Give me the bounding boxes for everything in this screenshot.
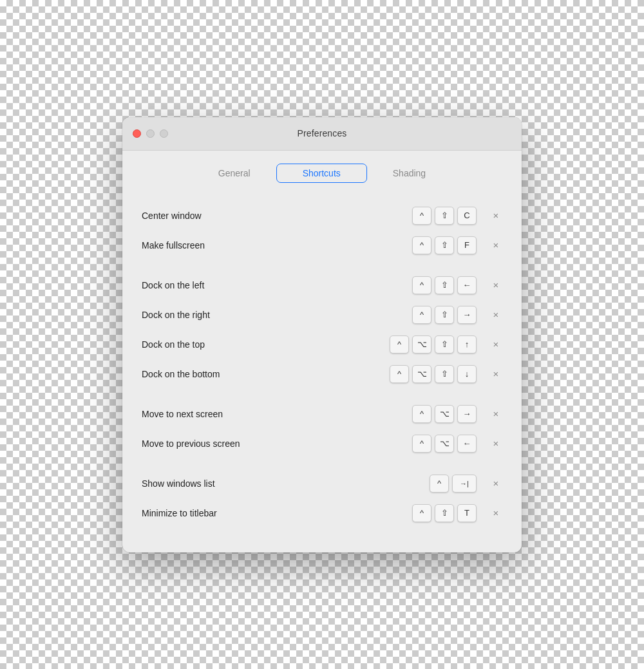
shortcut-name: Center window bbox=[142, 211, 374, 221]
shortcut-group-1: Center window ^ ⇧ C × Make fullscreen ^ … bbox=[142, 201, 502, 260]
table-row: Dock on the bottom ^ ⌥ ⇧ ↓ × bbox=[142, 359, 502, 389]
keys-container: ^ ⇧ C bbox=[374, 207, 477, 225]
shortcut-name: Minimize to titlebar bbox=[142, 508, 374, 518]
shortcut-name: Dock on the bottom bbox=[142, 369, 374, 379]
key-arrow[interactable]: → bbox=[457, 405, 477, 423]
key-arrow[interactable]: ← bbox=[457, 435, 477, 453]
key-arrow[interactable]: ← bbox=[457, 276, 477, 294]
table-row: Center window ^ ⇧ C × bbox=[142, 201, 502, 231]
group-divider bbox=[142, 464, 502, 469]
keys-container: ^ ⇧ T bbox=[374, 504, 477, 522]
key-tab[interactable]: →| bbox=[452, 475, 477, 493]
table-row: Make fullscreen ^ ⇧ F × bbox=[142, 231, 502, 260]
key-option[interactable]: ⌥ bbox=[435, 435, 454, 453]
delete-shortcut-button[interactable]: × bbox=[489, 309, 502, 320]
keys-container: ^ ⇧ F bbox=[374, 236, 477, 254]
key-ctrl[interactable]: ^ bbox=[412, 276, 431, 294]
close-button[interactable] bbox=[133, 129, 141, 138]
key-shift[interactable]: ⇧ bbox=[435, 236, 454, 254]
delete-shortcut-button[interactable]: × bbox=[489, 339, 502, 350]
key-option[interactable]: ⌥ bbox=[412, 365, 431, 383]
key-ctrl[interactable]: ^ bbox=[412, 207, 431, 225]
shortcut-name: Dock on the top bbox=[142, 339, 374, 350]
key-shift[interactable]: ⇧ bbox=[435, 335, 454, 353]
shortcut-name: Dock on the left bbox=[142, 280, 374, 290]
shortcut-group-2: Dock on the left ^ ⇧ ← × Dock on the rig… bbox=[142, 270, 502, 389]
tab-shading[interactable]: Shading bbox=[367, 164, 451, 183]
key-arrow[interactable]: ↓ bbox=[457, 365, 477, 383]
key-arrow[interactable]: → bbox=[457, 306, 477, 324]
key-char[interactable]: T bbox=[457, 504, 477, 522]
keys-container: ^ ⇧ → bbox=[374, 306, 477, 324]
delete-shortcut-button[interactable]: × bbox=[489, 368, 502, 379]
key-ctrl[interactable]: ^ bbox=[430, 475, 449, 493]
key-ctrl[interactable]: ^ bbox=[412, 236, 431, 254]
titlebar: Preferences bbox=[122, 117, 522, 151]
traffic-lights bbox=[133, 129, 168, 138]
keys-container: ^ ⌥ ⇧ ↓ bbox=[374, 365, 477, 383]
table-row: Dock on the top ^ ⌥ ⇧ ↑ × bbox=[142, 330, 502, 359]
keys-container: ^ ⌥ → bbox=[374, 405, 477, 423]
delete-shortcut-button[interactable]: × bbox=[489, 408, 502, 419]
key-arrow[interactable]: ↑ bbox=[457, 335, 477, 353]
key-shift[interactable]: ⇧ bbox=[435, 365, 454, 383]
key-shift[interactable]: ⇧ bbox=[435, 504, 454, 522]
shortcut-group-3: Move to next screen ^ ⌥ → × Move to prev… bbox=[142, 399, 502, 458]
key-shift[interactable]: ⇧ bbox=[435, 276, 454, 294]
delete-shortcut-button[interactable]: × bbox=[489, 438, 502, 449]
table-row: Minimize to titlebar ^ ⇧ T × bbox=[142, 498, 502, 528]
shortcut-name: Move to next screen bbox=[142, 409, 374, 419]
table-row: Move to previous screen ^ ⌥ ← × bbox=[142, 429, 502, 458]
group-divider bbox=[142, 394, 502, 399]
table-row: Dock on the right ^ ⇧ → × bbox=[142, 300, 502, 330]
key-char[interactable]: C bbox=[457, 207, 477, 225]
delete-shortcut-button[interactable]: × bbox=[489, 240, 502, 250]
key-ctrl[interactable]: ^ bbox=[412, 405, 431, 423]
table-row: Move to next screen ^ ⌥ → × bbox=[142, 399, 502, 429]
shortcut-name: Make fullscreen bbox=[142, 240, 374, 250]
shortcut-group-4: Show windows list ^ →| × Minimize to tit… bbox=[142, 469, 502, 528]
keys-container: ^ ⌥ ← bbox=[374, 435, 477, 453]
keys-container: ^ ⌥ ⇧ ↑ bbox=[374, 335, 477, 353]
key-char[interactable]: F bbox=[457, 236, 477, 254]
keys-container: ^ ⇧ ← bbox=[374, 276, 477, 294]
key-ctrl[interactable]: ^ bbox=[390, 335, 409, 353]
delete-shortcut-button[interactable]: × bbox=[489, 279, 502, 290]
key-ctrl[interactable]: ^ bbox=[390, 365, 409, 383]
key-option[interactable]: ⌥ bbox=[435, 405, 454, 423]
delete-shortcut-button[interactable]: × bbox=[489, 507, 502, 518]
shortcut-name: Move to previous screen bbox=[142, 438, 374, 449]
delete-shortcut-button[interactable]: × bbox=[489, 478, 502, 489]
key-option[interactable]: ⌥ bbox=[412, 335, 431, 353]
group-divider bbox=[142, 265, 502, 270]
window-title: Preferences bbox=[297, 128, 346, 138]
shortcut-name: Show windows list bbox=[142, 478, 374, 489]
delete-shortcut-button[interactable]: × bbox=[489, 210, 502, 221]
minimize-button[interactable] bbox=[146, 129, 155, 138]
tab-general[interactable]: General bbox=[193, 164, 276, 183]
shortcut-name: Dock on the right bbox=[142, 310, 374, 320]
key-ctrl[interactable]: ^ bbox=[412, 306, 431, 324]
key-shift[interactable]: ⇧ bbox=[435, 306, 454, 324]
key-ctrl[interactable]: ^ bbox=[412, 504, 431, 522]
table-row: Dock on the left ^ ⇧ ← × bbox=[142, 270, 502, 300]
keys-container: ^ →| bbox=[374, 475, 477, 493]
tab-bar: General Shortcuts Shading bbox=[142, 164, 502, 183]
key-ctrl[interactable]: ^ bbox=[412, 435, 431, 453]
preferences-window: Preferences General Shortcuts Shading Ce… bbox=[122, 117, 522, 552]
content-area: General Shortcuts Shading Center window … bbox=[122, 151, 522, 552]
shortcuts-list: Center window ^ ⇧ C × Make fullscreen ^ … bbox=[142, 201, 502, 533]
table-row: Show windows list ^ →| × bbox=[142, 469, 502, 498]
tab-shortcuts[interactable]: Shortcuts bbox=[276, 164, 367, 183]
maximize-button[interactable] bbox=[160, 129, 168, 138]
key-shift[interactable]: ⇧ bbox=[435, 207, 454, 225]
